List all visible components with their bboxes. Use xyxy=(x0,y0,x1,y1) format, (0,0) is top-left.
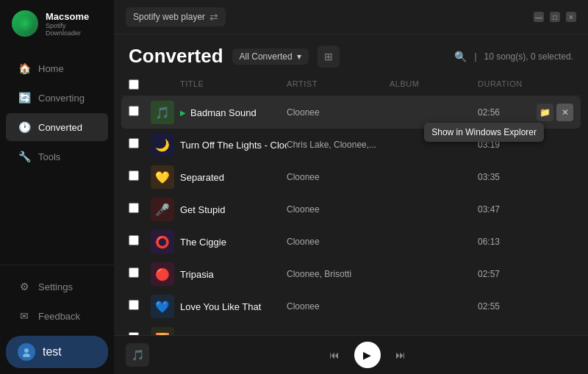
row-checkbox-cell xyxy=(129,300,151,313)
song-thumbnail: 💛 xyxy=(151,165,174,189)
row-checkbox-cell xyxy=(129,235,151,248)
user-label: test xyxy=(43,345,62,359)
song-duration: 02:35 xyxy=(478,334,537,335)
row-checkbox[interactable] xyxy=(129,235,139,245)
player-label: Spotify web player xyxy=(133,12,205,22)
song-title: Tripasia xyxy=(180,269,287,280)
song-thumbnail: ⭕ xyxy=(151,230,174,253)
user-profile[interactable]: test xyxy=(6,336,108,368)
thumb-icon: 🎤 xyxy=(151,198,174,221)
play-button[interactable]: ▶ xyxy=(354,342,381,368)
home-icon: 🏠 xyxy=(18,62,31,75)
sidebar-item-home[interactable]: 🏠 Home xyxy=(6,54,108,82)
song-title: Get Stupid xyxy=(180,204,287,215)
sidebar-item-converting[interactable]: 🔄 Converting xyxy=(6,84,108,112)
song-title: The Ciggie xyxy=(180,237,287,248)
svg-point-4 xyxy=(23,353,30,357)
song-thumbnail: 🎤 xyxy=(151,198,174,221)
filter-dropdown[interactable]: All Converted ▾ xyxy=(232,48,309,65)
song-thumbnail: 💙 xyxy=(151,295,174,318)
sidebar-item-tools[interactable]: 🔧 Tools xyxy=(6,143,108,170)
row-checkbox[interactable] xyxy=(129,170,139,181)
song-artist: Chris Lake, Cloonee,... xyxy=(287,140,390,150)
sidebar-item-converted[interactable]: 🕐 Converted xyxy=(6,113,108,141)
thumb-icon: 🌅 xyxy=(151,327,174,335)
next-button[interactable]: ⏭ xyxy=(390,344,412,366)
table-row[interactable]: 🎵 ▶ Badman Sound Cloonee 02:56 📁 ✕ Show … xyxy=(121,96,581,129)
settings-icon: ⚙ xyxy=(18,280,31,293)
maximize-button[interactable]: □ xyxy=(550,12,560,22)
player-select[interactable]: Spotify web player ⇄ xyxy=(126,7,226,26)
main-content: Spotify web player ⇄ — □ × Converted All… xyxy=(114,0,588,374)
close-button[interactable]: × xyxy=(566,12,576,22)
song-artist: Cloonee xyxy=(287,301,390,312)
window-controls: — □ × xyxy=(534,12,576,22)
play-icon: ▶ xyxy=(363,349,371,361)
table-row[interactable]: 🌅 Sun Goes Down Cloonee 02:35 xyxy=(121,323,581,335)
thumb-icon: 🎵 xyxy=(151,101,174,124)
converted-icon: 🕐 xyxy=(18,121,31,134)
checkbox-header xyxy=(129,79,151,91)
playlist-icon: 🎵 xyxy=(132,349,144,361)
song-thumbnail: 🔴 xyxy=(151,262,174,286)
song-title: Separated xyxy=(180,172,287,183)
sidebar-item-settings[interactable]: ⚙ Settings xyxy=(6,273,108,301)
song-thumbnail: 🎵 xyxy=(151,101,174,124)
row-checkbox-cell xyxy=(129,138,151,151)
playing-indicator: ▶ xyxy=(180,109,186,117)
table-row[interactable]: 🔴 Tripasia Cloonee, Brisotti 02:57 xyxy=(121,258,581,290)
next-icon: ⏭ xyxy=(395,349,406,361)
search-button[interactable]: 🔍 xyxy=(454,51,467,62)
sidebar-item-feedback[interactable]: ✉ Feedback xyxy=(6,302,108,330)
song-title: Turn Off The Lights - Cloone... xyxy=(180,140,287,151)
actions-header xyxy=(537,79,573,91)
feedback-icon: ✉ xyxy=(18,309,31,323)
sidebar-item-label: Converting xyxy=(38,93,85,104)
row-checkbox[interactable] xyxy=(129,106,139,116)
swap-icon: ⇄ xyxy=(209,11,218,23)
row-checkbox[interactable] xyxy=(129,267,139,278)
table-row[interactable]: ⭕ The Ciggie Cloonee 06:13 xyxy=(121,226,581,258)
row-checkbox-cell xyxy=(129,170,151,184)
song-title: ▶ Badman Sound xyxy=(180,107,287,118)
minimize-button[interactable]: — xyxy=(534,12,544,22)
row-checkbox-cell xyxy=(129,267,151,281)
page-header: Converted All Converted ▾ ⊞ 🔍 | 10 song(… xyxy=(114,35,588,75)
select-all-checkbox[interactable] xyxy=(129,79,139,90)
song-duration: 03:35 xyxy=(478,172,537,182)
title-header: TITLE xyxy=(180,79,287,91)
thumb-icon: ⭕ xyxy=(151,230,174,253)
thumb-header xyxy=(151,79,180,91)
song-count: 10 song(s), 0 selected. xyxy=(484,51,573,62)
row-checkbox[interactable] xyxy=(129,138,139,148)
table-body: 🎵 ▶ Badman Sound Cloonee 02:56 📁 ✕ Show … xyxy=(121,96,581,335)
table-header: TITLE ARTIST ALBUM DURATION xyxy=(121,75,581,96)
thumb-icon: 💙 xyxy=(151,295,174,318)
song-artist: Cloonee xyxy=(287,172,390,182)
svg-point-2 xyxy=(23,21,27,26)
table-row[interactable]: 🎤 Get Stupid Cloonee 03:47 xyxy=(121,193,581,226)
row-checkbox[interactable] xyxy=(129,332,139,335)
song-duration: 06:13 xyxy=(478,237,537,247)
song-duration: 03:47 xyxy=(478,204,537,215)
table-row[interactable]: 💛 Separated Cloonee 03:35 xyxy=(121,161,581,193)
row-checkbox[interactable] xyxy=(129,300,139,310)
song-artist: Cloonee xyxy=(287,107,390,118)
prev-button[interactable]: ⏮ xyxy=(323,344,345,366)
tools-icon: 🔧 xyxy=(18,150,31,163)
thumb-icon: 🌙 xyxy=(151,133,174,157)
song-artist: Cloonee xyxy=(287,334,390,335)
playlist-icon-button[interactable]: 🎵 xyxy=(126,343,149,367)
divider: | xyxy=(474,51,476,62)
close-row-button[interactable]: ✕ xyxy=(556,104,573,121)
converting-icon: 🔄 xyxy=(18,91,31,104)
table-row[interactable]: 💙 Love You Like That Cloonee 02:55 xyxy=(121,290,581,323)
chevron-down-icon: ▾ xyxy=(297,51,301,62)
open-folder-button[interactable]: 📁 xyxy=(537,104,553,121)
row-checkbox[interactable] xyxy=(129,203,139,213)
prev-icon: ⏮ xyxy=(329,349,340,361)
sidebar-item-label: Feedback xyxy=(38,311,80,322)
artist-header: ARTIST xyxy=(287,79,390,91)
grid-view-button[interactable]: ⊞ xyxy=(318,46,340,68)
album-header: ALBUM xyxy=(390,79,478,91)
